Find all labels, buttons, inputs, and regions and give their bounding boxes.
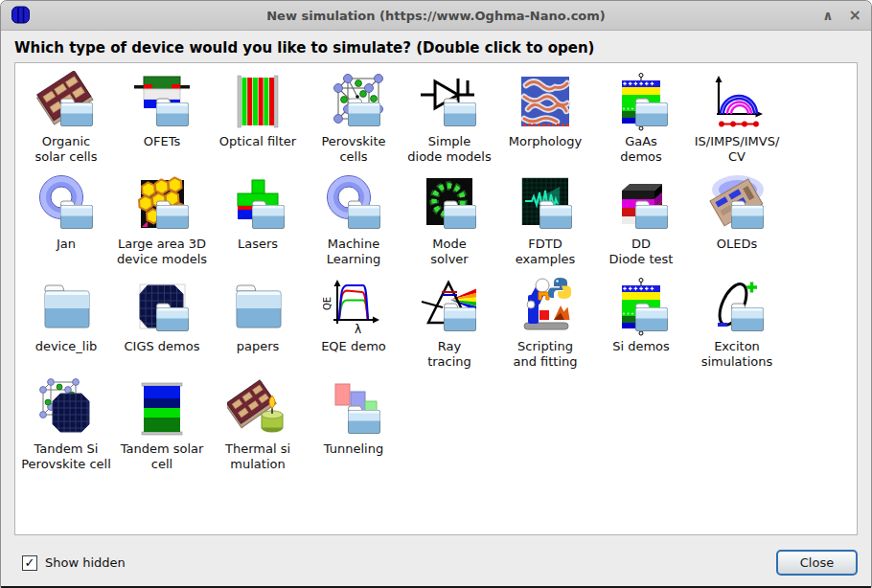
device-label-line: Perovskite — [321, 134, 385, 149]
eqe-plot-icon: QEλ — [323, 276, 384, 337]
device-dd-diode-test[interactable]: DDDiode test — [593, 170, 689, 272]
device-ofets[interactable]: OFETs — [114, 67, 210, 170]
device-label: Si demos — [612, 339, 670, 354]
device-simple-diode-models[interactable]: Simplediode models — [402, 67, 497, 170]
honeycomb-3d-icon — [131, 173, 193, 235]
device-label: Jan — [57, 237, 76, 252]
device-label: IS/IMPS/IMVS/CV — [695, 134, 780, 164]
device-label-line: Morphology — [509, 134, 582, 149]
torus-icon — [35, 173, 97, 235]
device-label-line: Large area 3D — [117, 237, 207, 252]
prism-rainbow-icon — [419, 276, 480, 337]
device-label-line: Tandem solar — [121, 441, 204, 457]
device-label: Tandem solarcell — [121, 441, 204, 471]
device-label: DDDiode test — [609, 237, 674, 266]
show-hidden-group: ✓ Show hidden — [22, 555, 126, 571]
device-morphology[interactable]: Morphology — [497, 67, 593, 170]
device-label-line: device_lib — [35, 339, 98, 354]
device-label-line: Mode — [430, 237, 468, 252]
tandem-stack-icon — [131, 378, 193, 440]
device-label: Raytracing — [427, 339, 471, 369]
device-exciton-simulations[interactable]: Excitonsimulations — [689, 272, 785, 374]
device-label-line: papers — [237, 339, 280, 354]
shade-window-button[interactable]: ∧ — [822, 9, 833, 22]
cigs-panel-icon — [131, 276, 193, 337]
device-large-area-3d-device-models[interactable]: Large area 3Ddevice models — [114, 170, 210, 272]
device-organic-solar-cells[interactable]: Organicsolar cells — [18, 67, 114, 170]
device-panel: Organicsolar cellsOFETsOptical filterPer… — [14, 62, 858, 535]
fdtd-wave-icon — [515, 173, 576, 235]
device-is-imps-imvs-cv[interactable]: IS/IMPS/IMVS/CV — [689, 67, 785, 170]
show-hidden-label: Show hidden — [45, 555, 126, 570]
device-grid: Organicsolar cellsOFETsOptical filterPer… — [15, 63, 857, 477]
device-label-line: Tandem Si — [21, 441, 111, 457]
device-label: Tandem SiPerovskite cell — [21, 441, 111, 471]
device-cigs-demos[interactable]: CIGS demos — [114, 272, 210, 374]
device-label-line: and fitting — [513, 354, 577, 370]
device-label-line: cell — [121, 457, 204, 472]
device-scripting-and-fitting[interactable]: Scriptingand fitting — [497, 272, 593, 374]
device-label: Optical filter — [219, 134, 296, 149]
device-fdtd-examples[interactable]: FDTDexamples — [497, 170, 593, 272]
device-tunneling[interactable]: Tunneling — [306, 374, 402, 477]
morphology-pattern-icon — [515, 71, 576, 132]
close-window-button[interactable]: × — [849, 8, 861, 23]
device-label-line: Simple — [407, 134, 491, 149]
device-si-demos[interactable]: Si demos — [593, 272, 689, 374]
robot-scripting-icon — [515, 276, 576, 337]
device-tandem-solar-cell[interactable]: Tandem solarcell — [114, 374, 210, 477]
device-gaas-demos[interactable]: GaAsdemos — [593, 67, 689, 170]
device-label: Morphology — [509, 134, 582, 149]
svg-text:λ: λ — [355, 323, 361, 336]
impedance-plot-icon — [706, 71, 768, 132]
device-device_lib[interactable]: device_lib — [18, 272, 114, 374]
oled-glow-icon — [706, 173, 768, 235]
device-label: EQE demo — [321, 339, 386, 354]
device-label: device_lib — [35, 339, 98, 354]
device-ray-tracing[interactable]: Raytracing — [402, 272, 497, 374]
device-label: Tunneling — [324, 441, 383, 457]
device-label-line: solver — [430, 252, 468, 267]
device-lasers[interactable]: Lasers — [210, 170, 306, 272]
device-label-line: IS/IMPS/IMVS/ — [695, 134, 780, 149]
device-label: OLEDs — [717, 237, 757, 252]
mode-ring-icon — [419, 173, 480, 235]
device-label: Scriptingand fitting — [513, 339, 577, 369]
device-label-line: Lasers — [238, 237, 278, 252]
layer-stack-icon — [610, 276, 672, 337]
device-label-line: Thermal si — [225, 441, 290, 457]
device-label-line: Ray — [427, 339, 471, 354]
layer-stack-icon — [610, 71, 672, 132]
device-label: CIGS demos — [124, 339, 199, 354]
app-icon[interactable] — [11, 6, 32, 25]
device-oleds[interactable]: OLEDs — [689, 170, 785, 272]
device-label-line: Scripting — [513, 339, 577, 354]
diode-symbol-icon — [419, 71, 480, 132]
device-label-line: Si demos — [612, 339, 670, 354]
folder-icon — [35, 276, 97, 337]
dialog-heading: Which type of device would you like to s… — [14, 39, 858, 57]
device-label-line: solar cells — [35, 149, 98, 165]
device-label-line: CIGS demos — [124, 339, 199, 354]
device-papers[interactable]: papers — [210, 272, 306, 374]
device-eqe-demo[interactable]: QEλEQE demo — [306, 272, 402, 374]
close-button[interactable]: Close — [776, 550, 858, 576]
perovskite-lattice-icon — [323, 71, 384, 132]
titlebar[interactable]: New simulation (https://www.Oghma-Nano.c… — [1, 1, 871, 31]
device-perovskite-cells[interactable]: Perovskitecells — [306, 67, 402, 170]
device-label-line: Machine — [327, 237, 380, 252]
device-label-line: tracing — [427, 354, 471, 370]
device-label-line: Jan — [57, 237, 76, 252]
device-label: Excitonsimulations — [701, 339, 773, 369]
device-label-line: Perovskite cell — [21, 457, 111, 472]
device-jan[interactable]: Jan — [18, 170, 114, 272]
device-tandem-si-perovskite-cell[interactable]: Tandem SiPerovskite cell — [18, 374, 114, 477]
device-machine-learning[interactable]: MachineLearning — [306, 170, 402, 272]
device-label-line: device models — [117, 252, 207, 267]
device-mode-solver[interactable]: Modesolver — [402, 170, 497, 272]
device-thermal-simulation[interactable]: Thermal simulation — [210, 374, 306, 477]
thermal-candle-icon — [227, 378, 288, 440]
show-hidden-checkbox[interactable]: ✓ — [22, 555, 37, 571]
exciton-orbit-icon — [706, 276, 768, 337]
device-optical-filter[interactable]: Optical filter — [210, 67, 306, 170]
